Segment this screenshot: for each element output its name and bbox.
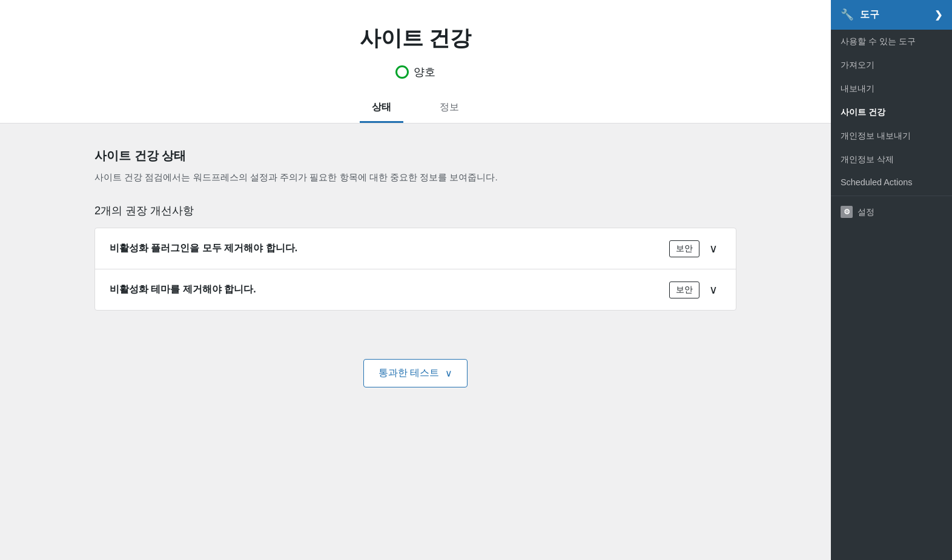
status-circle-icon <box>395 65 409 79</box>
main-content: 사이트 건강 양호 상태 정보 사이트 건강 상태 사이트 건강 점검에서는 워… <box>0 0 831 560</box>
sidebar-item-privacy-export[interactable]: 개인정보 내보내기 <box>831 124 952 148</box>
sidebar-item-available-tools[interactable]: 사용할 수 있는 도구 <box>831 30 952 53</box>
section-title: 사이트 건강 상태 <box>94 148 736 164</box>
sidebar-settings-label: 설정 <box>858 206 874 218</box>
issue-item-2: 비활성화 테마를 제거해야 합니다. 보안 ∨ <box>95 269 736 310</box>
issue-label-1: 비활성화 플러그인을 모두 제거해야 합니다. <box>110 242 297 255</box>
sidebar-divider <box>831 196 952 196</box>
issue-item: 비활성화 플러그인을 모두 제거해야 합니다. 보안 ∨ <box>95 228 736 269</box>
sidebar-settings[interactable]: ⚙ 설정 <box>831 199 952 225</box>
issue-badge-1: 보안 <box>669 240 699 257</box>
sidebar-item-privacy-delete[interactable]: 개인정보 삭제 <box>831 148 952 171</box>
issue-actions-2: 보안 ∨ <box>669 280 721 299</box>
sidebar-menu: 사용할 수 있는 도구 가져오기 내보내기 사이트 건강 개인정보 내보내기 개… <box>831 30 952 193</box>
content-area: 사이트 건강 상태 사이트 건강 점검에서는 워드프레스의 설정과 주의가 필요… <box>58 124 773 359</box>
sidebar: 🔧 도구 ❯ 사용할 수 있는 도구 가져오기 내보내기 사이트 건강 개인정보… <box>831 0 952 560</box>
chevron-down-icon: ∨ <box>445 367 452 379</box>
issue-label-2: 비활성화 테마를 제거해야 합니다. <box>110 283 256 296</box>
passed-tests-button[interactable]: 통과한 테스트 ∨ <box>363 359 468 387</box>
chevron-right-icon: ❯ <box>934 9 942 21</box>
tab-info[interactable]: 정보 <box>428 94 471 123</box>
page-title: 사이트 건강 <box>0 24 831 53</box>
sidebar-header-label: 도구 <box>860 8 879 21</box>
sidebar-item-site-health[interactable]: 사이트 건강 <box>831 100 952 124</box>
status-indicator: 양호 <box>0 65 831 79</box>
page-header: 사이트 건강 양호 상태 정보 <box>0 0 831 124</box>
tab-status[interactable]: 상태 <box>360 94 403 123</box>
issues-list: 비활성화 플러그인을 모두 제거해야 합니다. 보안 ∨ 비활성화 테마를 제거… <box>94 228 736 311</box>
btn-area: 통과한 테스트 ∨ <box>58 359 773 412</box>
tabs-container: 상태 정보 <box>0 94 831 123</box>
section-description: 사이트 건강 점검에서는 워드프레스의 설정과 주의가 필요한 항목에 대한 중… <box>94 170 736 185</box>
sidebar-item-import[interactable]: 가져오기 <box>831 53 952 77</box>
issue-actions-1: 보안 ∨ <box>669 239 721 258</box>
sidebar-item-export[interactable]: 내보내기 <box>831 77 952 100</box>
sidebar-item-scheduled-actions[interactable]: Scheduled Actions <box>831 171 952 193</box>
wrench-icon: 🔧 <box>841 8 854 21</box>
issue-badge-2: 보안 <box>669 282 699 298</box>
issue-expand-button-2[interactable]: ∨ <box>706 280 721 299</box>
settings-icon: ⚙ <box>841 206 853 218</box>
sidebar-header[interactable]: 🔧 도구 ❯ <box>831 0 952 30</box>
passed-tests-label: 통과한 테스트 <box>378 367 439 380</box>
issue-expand-button-1[interactable]: ∨ <box>706 239 721 258</box>
status-text: 양호 <box>414 65 435 79</box>
recommendations-title: 2개의 권장 개선사항 <box>94 203 736 218</box>
